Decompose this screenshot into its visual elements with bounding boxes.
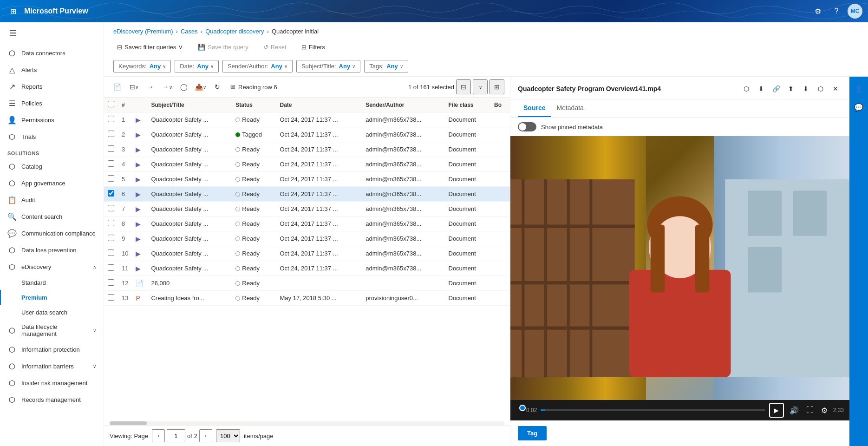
refresh-button[interactable]: ↻ <box>210 79 225 94</box>
breadcrumb-ediscovery[interactable]: eDiscovery (Premium) <box>113 28 173 35</box>
breadcrumb-cases[interactable]: Cases <box>181 28 198 35</box>
sidebar-item-data-connectors[interactable]: ⬡ Data connectors <box>0 45 104 61</box>
row-checkbox[interactable] <box>108 249 114 256</box>
save-query-button[interactable]: 💾 Save the query <box>194 41 252 53</box>
row-checkbox[interactable] <box>108 205 114 211</box>
fullscreen-button[interactable]: ⛶ <box>804 404 816 416</box>
view-toggle-button[interactable]: ∨ <box>473 79 488 94</box>
table-row[interactable]: 10 ▶ Quadcopter Safety ... Ready Oct 24,… <box>104 246 510 261</box>
external-link-button[interactable]: ⬡ <box>740 82 753 95</box>
tag-action-button[interactable]: Tag <box>518 426 547 440</box>
sidebar-sub-item-premium[interactable]: Premium <box>0 290 104 305</box>
table-row[interactable]: 2 ▶ Quadcopter Safety ... Tagged Oct 24,… <box>104 127 510 142</box>
sidebar-item-catalog[interactable]: ⬡ Catalog <box>0 158 104 175</box>
sidebar-item-content-search[interactable]: 🔍 Content search <box>0 208 104 225</box>
scroll-thumb[interactable] <box>110 421 147 425</box>
avatar[interactable]: MC <box>848 4 862 19</box>
sidebar-item-information-barriers[interactable]: ⬡ Information barriers ∨ <box>0 358 104 374</box>
row-checkbox[interactable] <box>108 235 114 241</box>
video-seek-handle[interactable] <box>519 405 526 411</box>
sidebar-item-communication-compliance[interactable]: 💬 Communication compliance <box>0 225 104 242</box>
view-options-button[interactable]: ⊟ <box>456 79 471 94</box>
sidebar-item-policies[interactable]: ☰ Policies <box>0 95 104 112</box>
sidebar-item-trials[interactable]: ⬡ Trials <box>0 128 104 145</box>
add-tag-button[interactable]: 📄 <box>110 79 124 94</box>
dropdown-action-button[interactable]: ⊟∨ <box>126 79 141 94</box>
table-row[interactable]: 7 ▶ Quadcopter Safety ... Ready Oct 24, … <box>104 202 510 216</box>
prev-page-button[interactable]: ‹ <box>152 429 165 442</box>
table-row[interactable]: 4 ▶ Quadcopter Safety ... Ready Oct 24, … <box>104 157 510 172</box>
settings-video-button[interactable]: ⚙ <box>819 404 829 417</box>
sidebar-item-records-management[interactable]: ⬡ Records management <box>0 391 104 408</box>
table-row[interactable]: 13 P Creating Ideas fro... Ready May 17,… <box>104 291 510 306</box>
tags-filter[interactable]: Tags: Any ∨ <box>364 60 408 72</box>
next-page-button[interactable]: › <box>199 429 212 442</box>
table-row[interactable]: 11 ▶ Quadcopter Safety ... Ready Oct 24,… <box>104 261 510 276</box>
sidebar-item-information-protection[interactable]: ⬡ Information protection <box>0 341 104 358</box>
sidebar-sub-item-user-data-search[interactable]: User data search <box>0 305 104 320</box>
items-per-page-select[interactable]: 100 50 25 <box>216 429 240 442</box>
row-checkbox[interactable] <box>108 175 114 182</box>
row-checkbox[interactable] <box>108 294 114 301</box>
sidebar-item-data-lifecycle[interactable]: ⬡ Data lifecycle management ∨ <box>0 320 104 341</box>
help-icon[interactable]: ? <box>829 4 844 19</box>
sidebar-item-reports[interactable]: ↗ Reports <box>0 78 104 95</box>
move-dropdown-button[interactable]: →∨ <box>160 79 175 94</box>
prev-item-button[interactable]: ⬇ <box>799 82 812 95</box>
right-sidebar-btn-2[interactable]: 💬 <box>850 99 867 116</box>
volume-button[interactable]: 🔊 <box>788 404 801 417</box>
reset-button[interactable]: ↺ Reset <box>260 41 290 53</box>
waffle-menu-button[interactable]: ⊞ <box>6 4 20 19</box>
row-checkbox[interactable] <box>108 116 114 122</box>
sidebar-item-app-governance[interactable]: ⬡ App governance <box>0 175 104 191</box>
sidebar-toggle[interactable]: ☰ <box>4 24 22 43</box>
right-sidebar-btn-1[interactable]: 👤 <box>850 80 867 97</box>
filters-button[interactable]: ⊞ Filters <box>298 41 329 53</box>
row-checkbox[interactable] <box>108 220 114 226</box>
subject-filter[interactable]: Subject/Title: Any ∨ <box>296 60 360 72</box>
tab-metadata[interactable]: Metadata <box>551 99 589 117</box>
sidebar-item-ediscovery[interactable]: ⬡ eDiscovery ∧ <box>0 258 104 275</box>
table-row[interactable]: 6 ▶ Quadcopter Safety ... Ready Oct 24, … <box>104 187 510 202</box>
saved-filter-queries-button[interactable]: ⊟ Saved filter queries ∨ <box>113 41 187 53</box>
breadcrumb-quadcopter-discovery[interactable]: Quadcopter discovery <box>205 28 264 35</box>
row-checkbox[interactable] <box>108 131 114 137</box>
sidebar-item-audit[interactable]: 📋 Audit <box>0 191 104 208</box>
sidebar-item-insider-risk[interactable]: ⬡ Insider risk management <box>0 374 104 391</box>
row-checkbox[interactable] <box>108 160 114 167</box>
select-all-checkbox[interactable] <box>108 101 114 107</box>
video-seekbar[interactable] <box>541 409 765 411</box>
play-button[interactable]: ▶ <box>769 403 784 418</box>
row-checkbox[interactable] <box>108 190 114 197</box>
export-button[interactable]: 📤∨ <box>193 79 208 94</box>
row-checkbox[interactable] <box>108 264 114 271</box>
table-row[interactable]: 8 ▶ Quadcopter Safety ... Ready Oct 24, … <box>104 216 510 231</box>
sidebar-sub-item-standard[interactable]: Standard <box>0 275 104 290</box>
sender-filter[interactable]: Sender/Author: Any ∨ <box>222 60 293 72</box>
row-checkbox[interactable] <box>108 145 114 152</box>
date-filter[interactable]: Date: Any ∨ <box>175 60 219 72</box>
tab-source[interactable]: Source <box>518 99 551 117</box>
move-button[interactable]: → <box>143 79 158 94</box>
table-row[interactable]: 9 ▶ Quadcopter Safety ... Ready Oct 24, … <box>104 231 510 246</box>
sidebar-item-data-loss-prevention[interactable]: ⬡ Data loss prevention <box>0 242 104 258</box>
settings-icon[interactable]: ⚙ <box>810 4 825 19</box>
sidebar-item-alerts[interactable]: △ Alerts <box>0 61 104 78</box>
horizontal-scrollbar[interactable] <box>110 421 504 425</box>
copy-link-button[interactable]: 🔗 <box>770 82 783 95</box>
pinned-metadata-toggle[interactable] <box>518 122 536 131</box>
upload-button[interactable]: ⬆ <box>784 82 797 95</box>
keywords-filter[interactable]: Keywords: Any ∨ <box>113 60 171 72</box>
download-button[interactable]: ⬇ <box>755 82 768 95</box>
sidebar-item-permissions[interactable]: 👤 Permissions <box>0 112 104 128</box>
tag-button[interactable]: ◯ <box>176 79 191 94</box>
close-detail-button[interactable]: ✕ <box>829 82 842 95</box>
table-row[interactable]: 5 ▶ Quadcopter Safety ... Ready Oct 24, … <box>104 172 510 187</box>
expand-button[interactable]: ⬡ <box>814 82 827 95</box>
row-checkbox[interactable] <box>108 279 114 286</box>
table-row[interactable]: 3 ▶ Quadcopter Safety ... Ready Oct 24, … <box>104 142 510 157</box>
table-row[interactable]: 12 📄 26,000 Ready Document <box>104 276 510 291</box>
table-row[interactable]: 1 ▶ Quadcopter Safety ... Ready Oct 24, … <box>104 112 510 127</box>
page-input[interactable] <box>167 429 185 442</box>
column-options-button[interactable]: ⊞ <box>489 79 504 94</box>
